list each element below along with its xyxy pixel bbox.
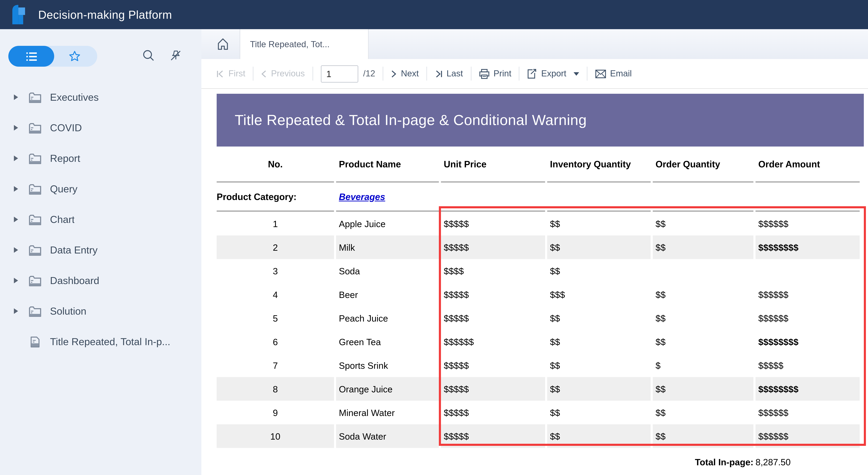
expand-caret-icon[interactable]: [14, 247, 18, 253]
first-page-icon: [217, 70, 224, 77]
col-header-inventory-quantity: Inventory Quantity: [547, 147, 651, 183]
unpin-icon[interactable]: [169, 49, 182, 62]
next-page-button[interactable]: Next: [391, 69, 419, 78]
email-button[interactable]: Email: [595, 69, 632, 78]
cell-product-name: Sports Srink: [336, 353, 439, 377]
cell-inventory-quantity: $$: [547, 306, 651, 330]
table-row: 4 Beer $$$$$ $$$ $$ $$$$$$: [217, 283, 860, 306]
table-row: 7 Sports Srink $$$$$ $$ $ $$$$$: [217, 353, 860, 377]
col-header-product-name: Product Name: [336, 147, 439, 183]
cell-no: 8: [217, 377, 334, 401]
top-navbar: Decision-making Platform demo: [0, 0, 868, 29]
cell-unit-price: $$$$$: [441, 401, 545, 424]
cell-order-amount: $$$$$$: [755, 212, 860, 235]
sidebar-item-query[interactable]: Query: [0, 173, 202, 204]
sidebar-item-label: Chart: [50, 214, 75, 225]
home-icon[interactable]: [217, 37, 229, 51]
toolbar-separator: [253, 67, 254, 81]
list-icon: [26, 52, 36, 61]
sidebar-item-label: Data Entry: [50, 245, 98, 256]
export-button[interactable]: Export: [527, 68, 579, 79]
directory-view-button[interactable]: [8, 46, 54, 67]
expand-caret-icon[interactable]: [14, 186, 18, 192]
app-title: Decision-making Platform: [38, 8, 172, 21]
sidebar-item-report[interactable]: Report: [0, 143, 202, 173]
sidebar-item-label: Dashboard: [50, 275, 99, 286]
total-label: Total In-page:: [653, 448, 753, 475]
export-dropdown-caret-icon[interactable]: [573, 72, 579, 75]
last-page-button[interactable]: Last: [435, 69, 463, 78]
cell-unit-price: $$$$$: [441, 353, 545, 377]
cell-inventory-quantity: $$: [547, 353, 651, 377]
cell-inventory-quantity: $$: [547, 401, 651, 424]
page-number-input[interactable]: [321, 65, 358, 82]
folder-icon: [28, 152, 42, 164]
sidebar-item-solution[interactable]: Solution: [0, 296, 202, 326]
cell-product-name: Milk: [336, 235, 439, 259]
cell-order-quantity: $$: [653, 283, 753, 306]
cell-no: 7: [217, 353, 334, 377]
printer-icon: [479, 68, 489, 79]
sidebar-item-chart[interactable]: Chart: [0, 204, 202, 235]
cell-order-amount: $$$$$: [755, 353, 860, 377]
sidebar-item-dashboard[interactable]: Dashboard: [0, 265, 202, 296]
cell-product-name: Green Tea: [336, 330, 439, 353]
first-page-button[interactable]: First: [217, 69, 245, 78]
cell-product-name: Soda: [336, 259, 439, 283]
favorites-view-button[interactable]: [51, 46, 97, 67]
expand-caret-icon[interactable]: [14, 125, 18, 131]
expand-caret-icon[interactable]: [14, 278, 18, 283]
print-button[interactable]: Print: [479, 68, 512, 79]
col-header-unit-price: Unit Price: [441, 147, 545, 183]
previous-page-button[interactable]: Previous: [261, 69, 305, 78]
cell-product-name: Orange Juice: [336, 377, 439, 401]
cell-order-quantity: $$: [653, 306, 753, 330]
expand-caret-icon[interactable]: [14, 308, 18, 314]
expand-caret-icon[interactable]: [14, 156, 18, 161]
cell-inventory-quantity: $$: [547, 235, 651, 259]
tab-active[interactable]: Title Repeated, Tot...: [240, 29, 369, 59]
category-link[interactable]: Beverages: [336, 191, 385, 202]
sidebar-item-executives[interactable]: Executives: [0, 82, 202, 113]
cell-inventory-quantity: $$: [547, 330, 651, 353]
page-total: /12: [363, 69, 375, 78]
report-title-banner: Title Repeated & Total In-page & Conditi…: [217, 94, 864, 147]
table-row: 6 Green Tea $$$$$$ $$ $$ $$$$$$$$: [217, 330, 860, 353]
cell-order-amount: [755, 259, 860, 283]
cell-order-quantity: $$: [653, 330, 753, 353]
sidebar-item-label: Title Repeated, Total In-p...: [50, 336, 170, 347]
expand-caret-icon[interactable]: [14, 94, 18, 100]
col-header-no: No.: [217, 147, 334, 183]
expand-caret-icon[interactable]: [14, 217, 18, 222]
sidebar-item-data-entry[interactable]: Data Entry: [0, 235, 202, 265]
cell-no: 2: [217, 235, 334, 259]
table-row: 9 Mineral Water $$$$$ $$ $$ $$$$$$: [217, 401, 860, 424]
export-icon: [527, 68, 537, 79]
cell-unit-price: $$$$$: [441, 212, 545, 235]
cell-inventory-quantity: $$$: [547, 283, 651, 306]
cell-order-quantity: $$: [653, 235, 753, 259]
total-value: 8,287.50: [755, 448, 860, 475]
sidebar-tree: Executives COVID Report Query: [0, 82, 202, 357]
report-title: Title Repeated & Total In-page & Conditi…: [235, 112, 587, 128]
sidebar-item-title-repeated-total-in-p[interactable]: Title Repeated, Total In-p...: [0, 326, 202, 357]
cell-order-quantity: [653, 259, 753, 283]
toolbar-separator: [586, 67, 587, 81]
category-label: Product Category:: [217, 191, 297, 202]
folder-icon: [28, 122, 42, 134]
search-icon[interactable]: [142, 49, 155, 62]
cell-no: 5: [217, 306, 334, 330]
cell-no: 10: [217, 424, 334, 448]
tab-label: Title Repeated, Tot...: [250, 39, 330, 49]
tab-bar: Title Repeated, Tot... •••: [202, 29, 868, 60]
toolbar-separator: [426, 67, 427, 81]
cell-product-name: Apple Juice: [336, 212, 439, 235]
sidebar-item-covid[interactable]: COVID: [0, 113, 202, 143]
sidebar-item-label: Query: [50, 183, 78, 194]
toolbar-separator: [519, 67, 520, 81]
previous-page-icon: [261, 70, 267, 77]
folder-icon: [28, 91, 42, 103]
cell-inventory-quantity: $$: [547, 212, 651, 235]
folder-icon: [28, 244, 42, 256]
cell-product-name: Mineral Water: [336, 401, 439, 424]
